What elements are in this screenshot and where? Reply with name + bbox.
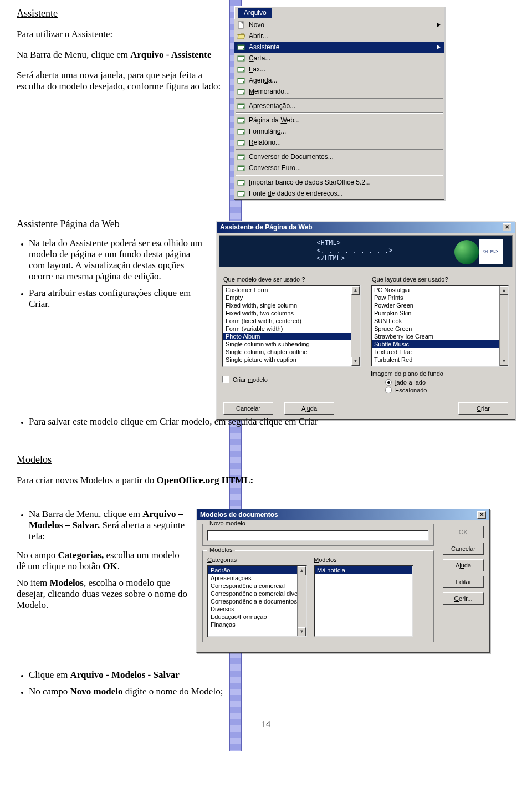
scrollbar[interactable]: ▲ ▼ <box>351 286 360 366</box>
menu-item[interactable]: Assistente <box>234 42 444 53</box>
create-button[interactable]: Criar <box>458 402 508 415</box>
list-item[interactable]: Apresentações <box>208 574 306 582</box>
list-item[interactable]: PC Nostalgia <box>372 286 508 294</box>
menu-item[interactable]: Carta... <box>234 53 444 64</box>
menu-item[interactable]: Importar banco de dados StarOffice 5.2..… <box>234 177 444 188</box>
list-item[interactable]: Finanças <box>208 621 306 628</box>
list-item[interactable]: Paw Prints <box>372 294 508 301</box>
menu-item[interactable]: Memorando... <box>234 86 444 97</box>
section3-bullet1: Na Barra de Menu, clique em Arquivo – Mo… <box>29 509 190 542</box>
list-item[interactable]: Correspondência e documentos partic <box>208 597 306 605</box>
list-item[interactable]: Form (fixed width, centered) <box>223 317 360 325</box>
menu-item-label: Novo <box>249 21 264 29</box>
checkbox-icon[interactable] <box>222 376 229 383</box>
radio-tiled[interactable]: lado-a-lado <box>385 379 509 386</box>
close-icon[interactable]: ✕ <box>503 223 511 231</box>
svg-rect-24 <box>238 180 244 181</box>
list-item[interactable]: Single column, chapter outline <box>223 348 360 356</box>
menu-title-label[interactable]: Arquivo <box>238 8 272 18</box>
edit-button[interactable]: Editar <box>443 576 484 588</box>
radio-scaled[interactable]: Escalonado <box>385 387 509 393</box>
model-listbox[interactable]: Customer FormEmptyFixed width, single co… <box>222 285 361 367</box>
menu-item[interactable]: Conversor Euro... <box>234 162 444 173</box>
list-item[interactable]: Padrão <box>208 566 306 574</box>
svg-rect-26 <box>238 191 244 192</box>
menu-item[interactable]: Fax... <box>234 64 444 75</box>
cancel-button[interactable]: Cancelar <box>443 543 484 555</box>
list-item[interactable]: Correspondência comercial <box>208 582 306 590</box>
scroll-up-icon[interactable]: ▲ <box>351 286 360 295</box>
close-icon[interactable]: ✕ <box>477 511 486 519</box>
list-item[interactable]: Empty <box>223 294 360 301</box>
models-listbox[interactable]: Má notícia <box>314 565 413 637</box>
card-icon <box>237 152 245 161</box>
menu-item-label: Página da Web... <box>249 116 300 124</box>
scroll-down-icon[interactable]: ▼ <box>298 627 306 636</box>
submenu-arrow-icon <box>437 23 441 27</box>
menu-item[interactable]: Apresentação... <box>234 100 444 111</box>
menu-item-label: Conversor Euro... <box>249 164 301 172</box>
list-item[interactable]: Customer Form <box>223 286 360 294</box>
new-template-input[interactable] <box>207 530 429 541</box>
list-item[interactable]: SUN Look <box>372 317 508 325</box>
card-icon <box>237 54 245 63</box>
section3-title: Modelos <box>17 454 515 466</box>
scroll-down-icon[interactable]: ▼ <box>500 357 508 366</box>
menu-item[interactable]: Conversor de Documentos... <box>234 151 444 162</box>
menu-item[interactable]: Novo <box>234 19 444 30</box>
scroll-down-icon[interactable]: ▼ <box>351 357 360 366</box>
wizard-title: Assistente de Página da Web <box>220 223 313 231</box>
list-item[interactable]: Form (variable width) <box>223 325 360 333</box>
list-item[interactable]: Spruce Green <box>372 325 508 333</box>
ok-button[interactable]: OK <box>443 526 484 538</box>
menu-item-label: Fax... <box>249 65 265 73</box>
wizard-banner: <HTML> <. . . . . . . . .> </HTML> <box>219 235 513 267</box>
list-item[interactable]: Powder Green <box>372 301 508 309</box>
menu-item[interactable]: Abrir... <box>234 30 444 42</box>
section2-title: Assistente Página da Web <box>17 218 227 230</box>
help-button[interactable]: Ajuda <box>443 559 484 571</box>
list-item[interactable]: Correspondência comercial diversa <box>208 590 306 597</box>
scrollbar[interactable]: ▲ ▼ <box>297 566 306 636</box>
help-button[interactable]: Ajuda <box>284 402 334 415</box>
radio-icon[interactable] <box>385 379 392 386</box>
list-item[interactable]: Strawberry Ice Cream <box>372 333 508 340</box>
menu-item[interactable]: Formulário... <box>234 126 444 137</box>
menu-item[interactable]: Relatório... <box>234 137 444 148</box>
menu-item[interactable]: Fonte de dados de endereços... <box>234 188 444 199</box>
menu-item[interactable]: Agenda... <box>234 75 444 86</box>
list-item[interactable]: Textured Lilac <box>372 348 508 356</box>
list-item[interactable]: Subtle Music <box>372 340 508 348</box>
card-icon <box>237 87 245 96</box>
manage-button[interactable]: Gerir... <box>443 592 484 605</box>
create-model-checkbox-row[interactable]: Criar modelo <box>222 376 361 383</box>
scroll-up-icon[interactable]: ▲ <box>298 566 306 575</box>
categories-listbox[interactable]: PadrãoApresentaçõesCorrespondência comer… <box>207 565 307 637</box>
list-item[interactable]: Fixed width, two columns <box>223 309 360 317</box>
svg-rect-2 <box>238 45 244 46</box>
svg-rect-14 <box>238 118 244 119</box>
list-item[interactable]: Má notícia <box>315 566 412 574</box>
radio-icon[interactable] <box>385 387 392 393</box>
wizard-question-layout: Que layout deve ser usado? <box>372 276 508 283</box>
list-item[interactable]: Turbulent Red <box>372 356 508 364</box>
scrollbar[interactable]: ▲ ▼ <box>499 286 508 366</box>
list-item[interactable]: Photo Album <box>223 333 360 340</box>
list-item[interactable]: Diversos <box>208 605 306 613</box>
scroll-up-icon[interactable]: ▲ <box>500 286 508 295</box>
list-item[interactable]: Single column with subheading <box>223 340 360 348</box>
doc-icon <box>237 21 245 29</box>
cancel-button[interactable]: Cancelar <box>223 402 273 415</box>
section2-bullet2: Para atribuir estas configurações clique… <box>29 288 206 310</box>
svg-rect-10 <box>238 89 244 90</box>
layout-listbox[interactable]: PC NostalgiaPaw PrintsPowder GreenPumpki… <box>371 285 509 367</box>
menu-item[interactable]: Página da Web... <box>234 115 444 126</box>
new-template-group <box>202 524 434 546</box>
list-item[interactable]: Pumpkin Skin <box>372 309 508 317</box>
card-icon <box>237 65 245 74</box>
section2-bullet1: Na tela do Assistente poderá ser escolhi… <box>29 238 206 282</box>
list-item[interactable]: Fixed width, single column <box>223 301 360 309</box>
list-item[interactable]: Single picture with caption <box>223 356 360 364</box>
card-icon <box>237 76 245 85</box>
list-item[interactable]: Educação/Formação <box>208 613 306 621</box>
